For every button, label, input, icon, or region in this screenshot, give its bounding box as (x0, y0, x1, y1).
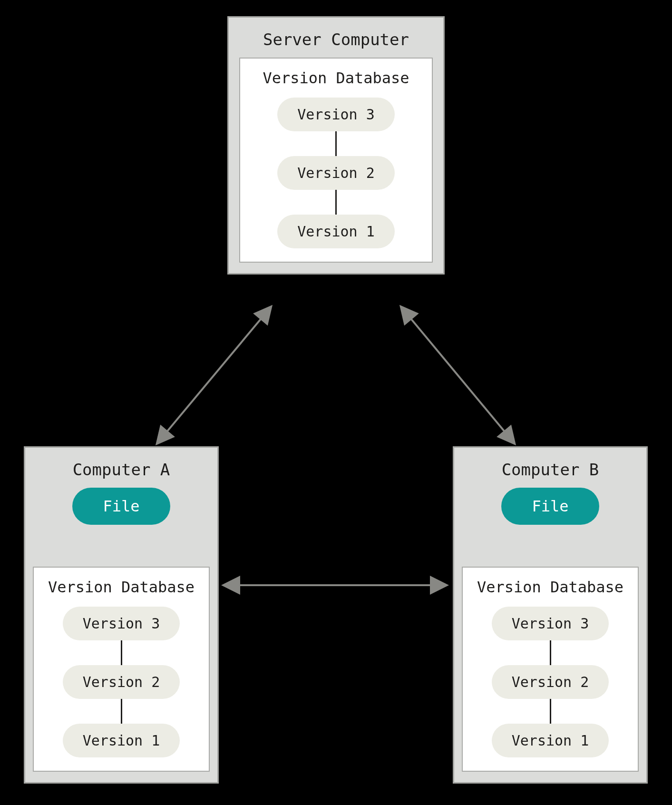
server-db-panel: Version Database Version 3 Version 2 Ver… (239, 58, 433, 263)
client-a-box: Computer A File Version Database Version… (24, 446, 219, 784)
client-b-db-title: Version Database (471, 578, 629, 596)
server-title: Server Computer (229, 18, 443, 58)
version-node: Version 3 (277, 98, 395, 131)
client-a-title: Computer A (25, 448, 217, 488)
server-box: Server Computer Version Database Version… (227, 16, 445, 275)
version-connector (550, 640, 551, 665)
client-b-box: Computer B File Version Database Version… (453, 446, 648, 784)
version-connector (121, 699, 122, 724)
version-node: Version 1 (277, 215, 395, 248)
version-connector (550, 699, 551, 724)
version-connector (335, 190, 337, 215)
version-node: Version 2 (492, 665, 609, 699)
client-b-title: Computer B (454, 448, 646, 488)
client-a-db-panel: Version Database Version 3 Version 2 Ver… (33, 567, 210, 772)
version-connector (335, 131, 337, 156)
file-pill-a: File (72, 488, 170, 525)
version-node: Version 3 (63, 607, 180, 640)
file-pill-b: File (501, 488, 599, 525)
version-connector (121, 640, 122, 665)
edge-server-a (158, 308, 270, 442)
edge-server-b (402, 308, 514, 442)
version-node: Version 2 (63, 665, 180, 699)
version-node: Version 1 (492, 724, 609, 757)
version-node: Version 2 (277, 156, 395, 190)
version-node: Version 3 (492, 607, 609, 640)
client-a-db-title: Version Database (42, 578, 200, 596)
server-db-title: Version Database (249, 69, 423, 87)
client-b-db-panel: Version Database Version 3 Version 2 Ver… (462, 567, 639, 772)
version-node: Version 1 (63, 724, 180, 757)
